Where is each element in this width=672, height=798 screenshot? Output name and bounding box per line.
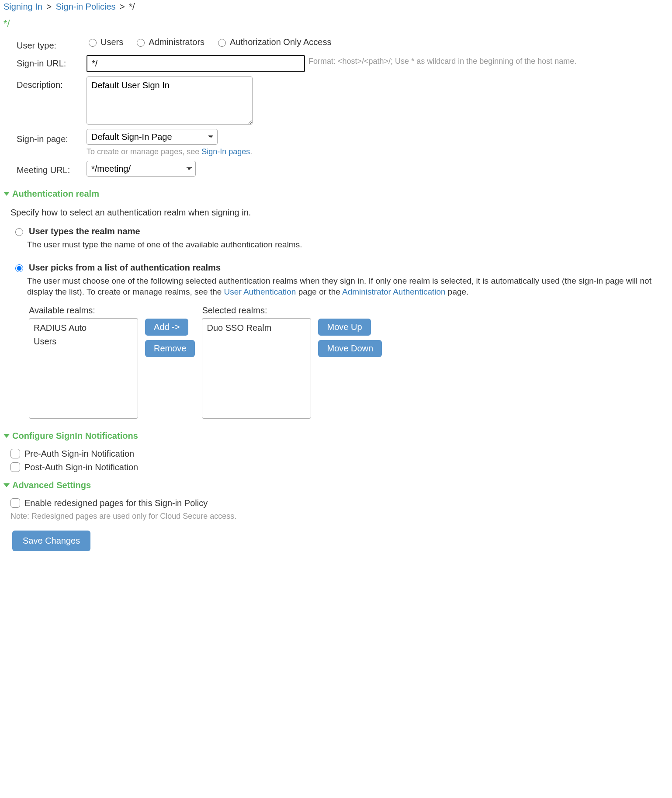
advanced-settings-title: Advanced Settings — [12, 480, 91, 490]
breadcrumb-current: */ — [129, 2, 135, 11]
move-up-button[interactable]: Move Up — [318, 319, 371, 336]
user-type-authz-radio[interactable] — [218, 39, 226, 47]
advanced-settings-toggle[interactable]: Advanced Settings — [3, 480, 669, 490]
user-type-admins-radio[interactable] — [137, 39, 145, 47]
pre-auth-label: Pre-Auth Sign-in Notification — [24, 449, 134, 459]
enable-redesigned-checkbox[interactable] — [10, 498, 20, 508]
advanced-note: Note: Redesigned pages are used only for… — [10, 512, 669, 521]
chevron-down-icon — [3, 434, 10, 438]
breadcrumb-separator: > — [45, 2, 54, 11]
signin-page-hint-post: . — [250, 147, 252, 156]
description-label: Description: — [17, 76, 87, 90]
pre-auth-checkbox[interactable] — [10, 449, 20, 458]
breadcrumb: Signing In > Sign-in Policies > */ — [3, 2, 669, 12]
user-type-users-text: Users — [100, 37, 123, 47]
breadcrumb-signing-in[interactable]: Signing In — [3, 2, 42, 11]
breadcrumb-separator: > — [118, 2, 127, 11]
admin-authentication-link[interactable]: Administrator Authentication — [342, 287, 446, 296]
meeting-url-label: Meeting URL: — [17, 161, 87, 175]
signin-url-label: Sign-in URL: — [17, 55, 87, 69]
signin-page-select[interactable]: Default Sign-In Page — [87, 129, 218, 145]
signin-url-input[interactable] — [87, 55, 305, 72]
signin-url-hint: Format: <host>/<path>/; Use * as wildcar… — [308, 55, 576, 66]
remove-button[interactable]: Remove — [145, 340, 195, 357]
list-item[interactable]: Users — [32, 335, 135, 348]
chevron-down-icon — [3, 483, 10, 487]
enable-redesigned-label: Enable redesigned pages for this Sign-in… — [24, 498, 208, 508]
realm-types-radio[interactable] — [15, 228, 23, 236]
user-type-label: User type: — [17, 37, 87, 51]
user-type-admins[interactable]: Administrators — [135, 37, 204, 47]
signin-notifications-title: Configure SignIn Notifications — [12, 431, 138, 441]
realm-types-label: User types the realm name — [29, 226, 140, 236]
realm-types-desc: The user must type the name of one of th… — [27, 239, 669, 250]
available-realms-list[interactable]: RADIUS AutoUsers — [29, 318, 138, 419]
user-type-authz[interactable]: Authorization Only Access — [216, 37, 331, 47]
add-button[interactable]: Add -> — [145, 319, 188, 336]
user-type-admins-text: Administrators — [149, 37, 204, 47]
list-item[interactable]: RADIUS Auto — [32, 321, 135, 335]
realm-picks-radio[interactable] — [15, 264, 23, 272]
available-realms-label: Available realms: — [29, 305, 138, 316]
realm-picks-desc: The user must choose one of the followin… — [27, 275, 669, 298]
description-input[interactable] — [87, 76, 253, 125]
meeting-url-select[interactable]: */meeting/ — [87, 161, 196, 177]
user-type-users-radio[interactable] — [89, 39, 97, 47]
post-auth-checkbox[interactable] — [10, 462, 20, 472]
page-title: */ — [3, 18, 669, 29]
signin-page-hint-pre: To create or manage pages, see — [87, 147, 201, 156]
authentication-realm-title: Authentication realm — [12, 189, 99, 199]
signin-page-label: Sign-in page: — [17, 129, 87, 144]
signin-notifications-toggle[interactable]: Configure SignIn Notifications — [3, 431, 669, 441]
user-type-users[interactable]: Users — [87, 37, 123, 47]
user-type-authz-text: Authorization Only Access — [230, 37, 331, 47]
authentication-realm-toggle[interactable]: Authentication realm — [3, 189, 669, 199]
auth-realm-intro: Specify how to select an authentication … — [10, 208, 669, 218]
breadcrumb-sign-in-policies[interactable]: Sign-in Policies — [56, 2, 116, 11]
signin-pages-link[interactable]: Sign-In pages — [201, 147, 250, 156]
chevron-down-icon — [3, 192, 10, 196]
selected-realms-list[interactable]: Duo SSO Realm — [202, 318, 311, 419]
save-changes-button[interactable]: Save Changes — [12, 531, 90, 551]
user-authentication-link[interactable]: User Authentication — [224, 287, 296, 296]
realm-picks-label: User picks from a list of authentication… — [29, 263, 221, 273]
selected-realms-label: Selected realms: — [202, 305, 311, 316]
post-auth-label: Post-Auth Sign-in Notification — [24, 462, 138, 472]
move-down-button[interactable]: Move Down — [318, 340, 382, 357]
list-item[interactable]: Duo SSO Realm — [205, 321, 308, 335]
